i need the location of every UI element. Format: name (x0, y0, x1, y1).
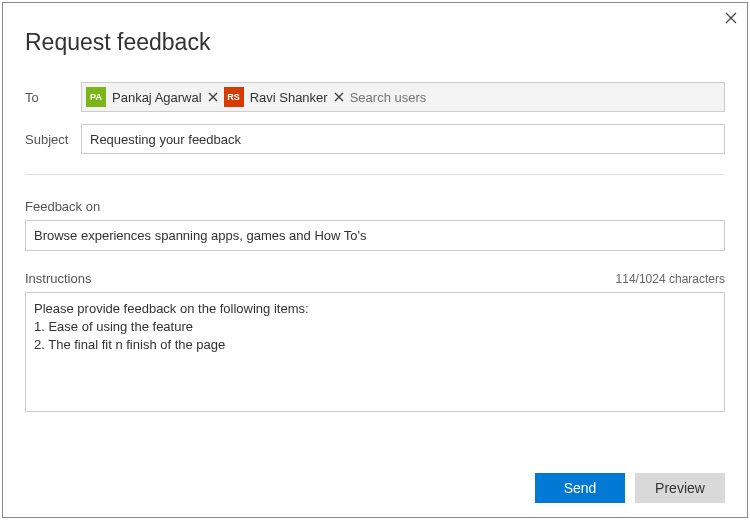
instructions-header: Instructions 114/1024 characters (25, 271, 725, 286)
subject-label: Subject (25, 132, 81, 147)
preview-button[interactable]: Preview (635, 473, 725, 503)
subject-input[interactable] (81, 124, 725, 154)
character-counter: 114/1024 characters (616, 272, 725, 286)
subject-row: Subject (25, 124, 725, 154)
request-feedback-dialog: Request feedback To PA Pankaj Agarwal RS… (2, 2, 748, 518)
recipient-chip: RS Ravi Shanker (224, 87, 344, 107)
instructions-label: Instructions (25, 271, 91, 286)
remove-chip-icon[interactable] (208, 90, 218, 105)
feedback-on-label: Feedback on (25, 199, 725, 214)
instructions-textarea[interactable] (25, 292, 725, 412)
to-input[interactable]: PA Pankaj Agarwal RS Ravi Shanker (81, 82, 725, 112)
recipient-name: Pankaj Agarwal (112, 90, 202, 105)
divider (25, 174, 725, 175)
to-row: To PA Pankaj Agarwal RS Ravi Shanker (25, 82, 725, 112)
remove-chip-icon[interactable] (334, 90, 344, 105)
recipient-name: Ravi Shanker (250, 90, 328, 105)
close-icon[interactable] (723, 9, 739, 29)
to-label: To (25, 90, 81, 105)
feedback-on-input[interactable] (25, 220, 725, 251)
recipient-chip: PA Pankaj Agarwal (86, 87, 218, 107)
dialog-footer: Send Preview (535, 473, 725, 503)
search-users-input[interactable] (350, 90, 720, 105)
dialog-title: Request feedback (25, 29, 725, 56)
avatar: PA (86, 87, 106, 107)
avatar: RS (224, 87, 244, 107)
send-button[interactable]: Send (535, 473, 625, 503)
